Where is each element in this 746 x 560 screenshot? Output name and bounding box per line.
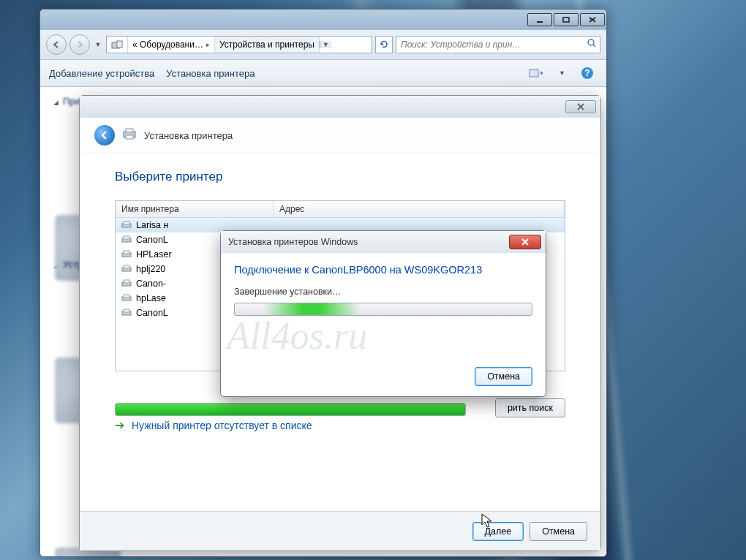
breadcrumb-dropdown[interactable]: ▼ [320,41,331,48]
printer-name: hpLase [136,293,166,303]
next-button[interactable]: Далее [472,522,524,541]
wizard-back-button[interactable] [94,125,115,145]
refresh-button[interactable] [375,36,393,53]
printer-small-icon [121,279,132,289]
nav-history-dropdown[interactable]: ▼ [93,34,103,55]
printer-small-icon [121,235,132,245]
dialog-status: Завершение установки… [234,287,532,297]
svg-rect-8 [530,69,538,77]
printer-small-icon [121,308,132,318]
printer-name: CanonL [136,308,168,318]
toolbar-add-printer[interactable]: Установка принтера [166,68,255,79]
svg-rect-1 [563,18,569,22]
svg-rect-23 [124,265,129,268]
printer-name: HPLaser [136,249,172,260]
toolbar-add-device[interactable]: Добавление устройства [49,68,154,79]
svg-rect-21 [124,251,129,254]
printer-small-icon [121,293,132,303]
help-button[interactable]: ? [577,66,598,80]
printer-name: CanonL [136,235,168,245]
printer-small-icon [121,264,132,274]
explorer-titlebar[interactable] [40,10,606,30]
column-header-name[interactable]: Имя принтера [116,201,274,217]
printer-icon [122,127,137,143]
arrow-right-icon: ➔ [115,418,124,432]
printer-small-icon [121,249,132,260]
wizard-title: Установка принтера [144,130,233,141]
svg-rect-17 [124,222,129,224]
breadcrumb-icon[interactable] [107,37,128,53]
dialog-titlebar[interactable]: Установка принтеров Windows [221,231,546,253]
minimize-button[interactable] [527,13,552,26]
search-box[interactable] [396,36,600,53]
wizard-heading: Выберите принтер [115,170,565,184]
maximize-button[interactable] [554,13,579,26]
dialog-heading: Подключение к CanonLBP6000 на WS09KGOR21… [234,263,532,278]
view-dropdown[interactable]: ▼ [559,69,565,77]
svg-point-6 [588,39,594,45]
search-icon [587,38,597,51]
printer-small-icon [121,220,132,230]
breadcrumb-seg-1[interactable]: « Оборудовани…▸ [128,37,215,53]
button-label: Отмена [487,371,520,382]
printer-name: Canon- [136,279,166,289]
column-header-address[interactable]: Адрес [274,201,565,217]
svg-line-7 [593,45,595,47]
printer-name: Larisa н [136,220,168,230]
svg-rect-15 [126,135,133,139]
button-label: Далее [485,526,512,537]
button-label: Отмена [542,526,575,537]
breadcrumb-label: « Оборудовани… [132,39,203,50]
close-button[interactable] [580,13,605,26]
nav-back-button[interactable] [46,34,67,55]
printer-not-listed-link[interactable]: ➔ Нужный принтер отсутствует в списке [115,418,565,432]
breadcrumb: « Оборудовани…▸ Устройства и принтеры ▼ [106,36,372,53]
search-again-button[interactable]: рить поиск [495,398,565,417]
cancel-button[interactable]: Отмена [530,522,587,541]
printer-name: hplj220 [136,264,165,274]
breadcrumb-seg-2[interactable]: Устройства и принтеры [215,37,320,53]
svg-rect-29 [124,309,129,312]
search-progress-bar [115,403,466,416]
search-input[interactable] [399,39,587,50]
breadcrumb-label: Устройства и принтеры [219,39,314,50]
svg-rect-5 [117,41,122,48]
wizard-titlebar[interactable] [80,96,600,118]
nav-forward-button[interactable] [69,34,90,55]
svg-rect-14 [126,129,133,132]
svg-rect-19 [124,236,129,239]
dialog-title: Установка принтеров Windows [228,237,509,247]
wizard-close-button[interactable] [565,100,596,113]
dialog-close-button[interactable] [509,235,541,249]
svg-text:?: ? [584,68,589,78]
install-progress-dialog: Установка принтеров Windows Подключение … [220,230,546,397]
view-options-button[interactable] [527,66,547,80]
dialog-cancel-button[interactable]: Отмена [475,367,532,386]
svg-rect-27 [124,295,129,298]
link-label: Нужный принтер отсутствует в списке [132,420,312,431]
svg-rect-25 [124,280,129,283]
dialog-progress-bar [234,303,532,316]
button-label: рить поиск [508,403,553,413]
